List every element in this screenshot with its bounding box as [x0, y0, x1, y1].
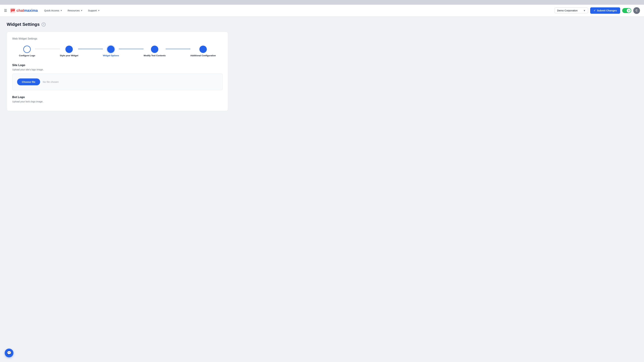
step-dot-style-widget — [66, 45, 73, 53]
chat-bubble-icon: 💬 — [7, 351, 12, 355]
company-selector[interactable]: Demo Corporation ▼ — [554, 7, 588, 13]
site-logo-description: Upload your site's logo image. — [12, 68, 222, 71]
step-additional-config[interactable]: Additional Configuration — [190, 45, 216, 57]
bot-logo-section: Bot Logo Upload your bot's logo image. — [12, 95, 222, 103]
site-logo-section: Site Logo Upload your site's logo image.… — [12, 63, 222, 90]
quick-access-chevron-icon: ▼ — [60, 9, 62, 12]
step-dot-additional-config — [200, 45, 207, 53]
logo: chatmaxima — [10, 7, 38, 13]
page-title-row: Widget Settings ? — [7, 22, 228, 27]
step-label-modify-text: Modify Text Contents — [144, 54, 166, 57]
company-chevron-icon: ▼ — [583, 9, 586, 12]
gear-icon: ⚙ — [628, 9, 630, 12]
topbar-nav: Quick Access ▼ Resources ▼ Support ▼ — [42, 8, 550, 13]
step-line-1 — [35, 49, 60, 49]
nav-resources[interactable]: Resources ▼ — [65, 8, 85, 13]
logo-icon — [10, 7, 16, 13]
choose-file-button[interactable]: Choose file — [17, 78, 40, 85]
site-logo-upload-area: Choose file No file chosen — [12, 73, 222, 90]
step-label-widget-options: Widget Options — [103, 54, 119, 57]
step-dot-modify-text — [151, 45, 158, 53]
logo-text: chatmaxima — [16, 8, 38, 13]
company-name: Demo Corporation — [557, 9, 578, 12]
support-chevron-icon: ▼ — [98, 9, 100, 12]
topbar-right: Demo Corporation ▼ ✓ Submit Changes ⚙ C — [554, 7, 640, 14]
no-file-chosen-text: No file chosen — [43, 80, 59, 83]
submit-changes-button[interactable]: ✓ Submit Changes — [590, 7, 620, 14]
settings-card: Web Widget Settings Configure Logo Style… — [7, 32, 228, 111]
step-label-configure-logo: Configure Logo — [19, 54, 35, 57]
help-icon[interactable]: ? — [42, 22, 46, 26]
bot-logo-description: Upload your bot's logo image. — [12, 100, 222, 103]
card-subtitle: Web Widget Settings — [12, 37, 222, 40]
step-dot-configure-logo — [23, 45, 31, 53]
settings-toggle[interactable]: ⚙ — [622, 8, 631, 13]
avatar[interactable]: C — [633, 7, 640, 14]
top-gray-bar — [0, 0, 644, 5]
topbar-left: ☰ chatmaxima — [4, 7, 38, 13]
step-line-2 — [78, 49, 103, 49]
nav-quick-access[interactable]: Quick Access ▼ — [42, 8, 64, 13]
svg-rect-2 — [11, 9, 12, 10]
submit-check-icon: ✓ — [594, 9, 596, 12]
svg-rect-3 — [12, 9, 14, 10]
nav-support[interactable]: Support ▼ — [86, 8, 102, 13]
step-line-4 — [166, 49, 190, 49]
svg-rect-1 — [11, 9, 15, 11]
site-logo-title: Site Logo — [12, 63, 222, 67]
step-style-widget[interactable]: Style your Widget — [60, 45, 78, 57]
resources-chevron-icon: ▼ — [81, 9, 83, 12]
main-content: Widget Settings ? Web Widget Settings Co… — [0, 16, 235, 116]
toggle-knob: ⚙ — [627, 8, 631, 12]
step-configure-logo[interactable]: Configure Logo — [19, 45, 35, 57]
step-modify-text[interactable]: Modify Text Contents — [144, 45, 166, 57]
step-label-style-widget: Style your Widget — [60, 54, 78, 57]
topbar: ☰ chatmaxima Quick Access ▼ Resources ▼ — [0, 5, 644, 16]
step-label-additional-config: Additional Configuration — [190, 54, 216, 57]
step-line-3 — [119, 49, 144, 49]
chat-bubble[interactable]: 💬 — [5, 349, 14, 357]
step-widget-options[interactable]: Widget Options — [103, 45, 119, 57]
page-title: Widget Settings — [7, 22, 40, 27]
hamburger-icon[interactable]: ☰ — [4, 8, 7, 12]
bot-logo-title: Bot Logo — [12, 95, 222, 99]
stepper: Configure Logo Style your Widget Widget … — [12, 45, 222, 57]
step-dot-widget-options — [107, 45, 114, 53]
